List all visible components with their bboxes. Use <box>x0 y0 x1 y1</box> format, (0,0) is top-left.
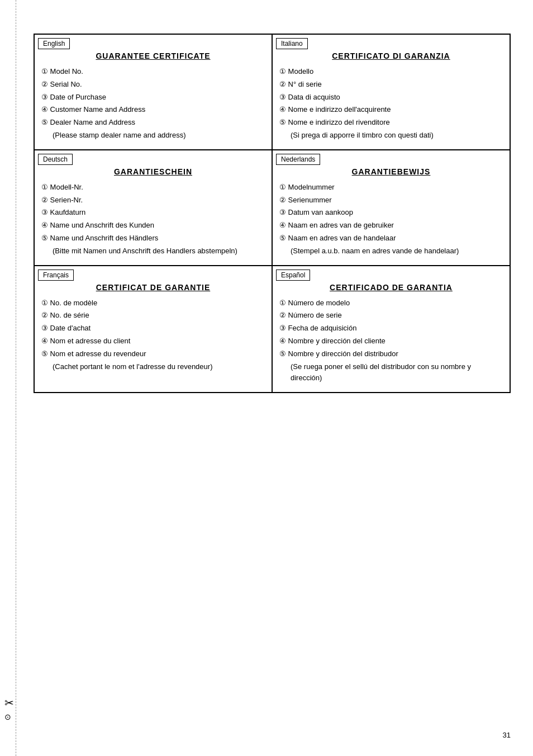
list-item: ① Model No. <box>41 66 265 78</box>
certificate-grid: English GUARANTEE CERTIFICATE ① Model No… <box>34 34 511 393</box>
list-item: (Se ruega poner el sellú del distribudor… <box>279 361 503 385</box>
list-item: ④ Nombre y dirección del cliente <box>279 336 503 347</box>
cert-list-english: ① Model No. ② Serial No. ③ Date of Purch… <box>41 66 265 141</box>
cert-list-espanol: ① Número de modelo ② Número de serie ③ F… <box>279 297 503 385</box>
cell-content-deutsch: GARANTIESCHEIN ① Modell-Nr. ② Serien-Nr.… <box>35 165 272 265</box>
list-item: ① Modell-Nr. <box>41 182 265 193</box>
cert-list-italiano: ① Modello ② N° di serie ③ Data di acquis… <box>279 66 503 141</box>
list-item: ① Modello <box>279 66 503 78</box>
cert-title-english: GUARANTEE CERTIFICATE <box>41 51 265 60</box>
lang-tab-nederlands: Nederlands <box>276 154 320 165</box>
list-item: ⑤ Naam en adres van de handelaar <box>279 233 503 244</box>
cert-title-nederlands: GARANTIEBEWIJS <box>279 167 503 176</box>
cell-nederlands: Nederlands GARANTIEBEWIJS ① Modelnummer … <box>272 150 510 266</box>
list-item: (Please stamp dealer name and address) <box>41 130 265 141</box>
cell-content-nederlands: GARANTIEBEWIJS ① Modelnummer ② Serienumm… <box>273 165 510 265</box>
list-item: (Cachet portant le nom et l'adresse du r… <box>41 361 265 373</box>
cert-title-deutsch: GARANTIESCHEIN <box>41 167 265 176</box>
list-item: ③ Kaufdaturn <box>41 207 265 219</box>
margin-line <box>16 0 16 756</box>
list-item: ③ Date d'achat <box>41 323 265 334</box>
list-item: ⑤ Nom et adresse du revendeur <box>41 348 265 360</box>
list-item: ② Serienummer <box>279 195 503 206</box>
list-item: ④ Nome e indirizzo dell'acquirente <box>279 104 503 116</box>
list-item: ② Serial No. <box>41 79 265 91</box>
lang-tab-english: English <box>38 38 70 49</box>
cell-italiano: Italiano CERTIFICATO DI GARANZIA ① Model… <box>272 34 510 150</box>
list-item: ③ Data di acquisto <box>279 92 503 103</box>
cell-content-francais: CERTIFICAT DE GARANTIE ① No. de modèle ②… <box>35 281 272 381</box>
lang-tab-deutsch: Deutsch <box>38 154 73 165</box>
list-item: (Si prega di apporre il timbro con quest… <box>279 130 503 141</box>
list-item: ② N° di serie <box>279 79 503 91</box>
list-item: ③ Datum van aankoop <box>279 207 503 219</box>
list-item: ④ Name und Anschrift des Kunden <box>41 220 265 231</box>
cell-deutsch: Deutsch GARANTIESCHEIN ① Modell-Nr. ② Se… <box>34 150 272 266</box>
page-number: 31 <box>503 731 511 739</box>
cell-content-espanol: CERTIFICADO DE GARANTIA ① Número de mode… <box>273 281 510 393</box>
list-item: ⑤ Nombre y dirección del distribudor <box>279 348 503 360</box>
list-item: ① Número de modelo <box>279 297 503 309</box>
cert-list-francais: ① No. de modèle ② No. de série ③ Date d'… <box>41 297 265 373</box>
list-item: (Bitte mit Namen und Anschrift des Handl… <box>41 245 265 257</box>
cert-title-espanol: CERTIFICADO DE GARANTIA <box>279 283 503 292</box>
list-item: ⑤ Dealer Name and Address <box>41 117 265 129</box>
lang-tab-espanol: Español <box>276 270 310 281</box>
cell-english: English GUARANTEE CERTIFICATE ① Model No… <box>34 34 272 150</box>
cert-list-deutsch: ① Modell-Nr. ② Serien-Nr. ③ Kaufdaturn ④… <box>41 182 265 257</box>
list-item: ① No. de modèle <box>41 297 265 309</box>
cell-content-italiano: CERTIFICATO DI GARANZIA ① Modello ② N° d… <box>273 49 510 149</box>
cell-francais: Français CERTIFICAT DE GARANTIE ① No. de… <box>34 266 272 393</box>
scissors-icon: ✂⊙ <box>4 696 14 722</box>
list-item: ④ Nom et adresse du client <box>41 336 265 347</box>
list-item: ④ Naam en adres van de gebruiker <box>279 220 503 231</box>
cell-content-english: GUARANTEE CERTIFICATE ① Model No. ② Seri… <box>35 49 272 149</box>
list-item: ③ Date of Purchase <box>41 92 265 103</box>
list-item: ② Número de serie <box>279 310 503 322</box>
cert-list-nederlands: ① Modelnummer ② Serienummer ③ Datum van … <box>279 182 503 257</box>
cert-title-francais: CERTIFICAT DE GARANTIE <box>41 283 265 292</box>
list-item: ① Modelnummer <box>279 182 503 193</box>
page-container: ✂⊙ 31 English GUARANTEE CERTIFICATE ① Mo… <box>0 0 533 756</box>
cell-espanol: Español CERTIFICADO DE GARANTIA ① Número… <box>272 266 510 393</box>
list-item: ⑤ Nome e indirizzo del rivenditore <box>279 117 503 129</box>
cert-title-italiano: CERTIFICATO DI GARANZIA <box>279 51 503 60</box>
list-item: ④ Customer Name and Address <box>41 104 265 116</box>
list-item: ② Serien-Nr. <box>41 195 265 206</box>
lang-tab-italiano: Italiano <box>276 38 308 49</box>
list-item: ⑤ Name und Anschrift des Händlers <box>41 233 265 244</box>
list-item: ② No. de série <box>41 310 265 322</box>
list-item: (Stempel a.u.b. naam en adres vande de h… <box>279 245 503 257</box>
lang-tab-francais: Français <box>38 270 74 281</box>
list-item: ③ Fecha de adquisición <box>279 323 503 334</box>
